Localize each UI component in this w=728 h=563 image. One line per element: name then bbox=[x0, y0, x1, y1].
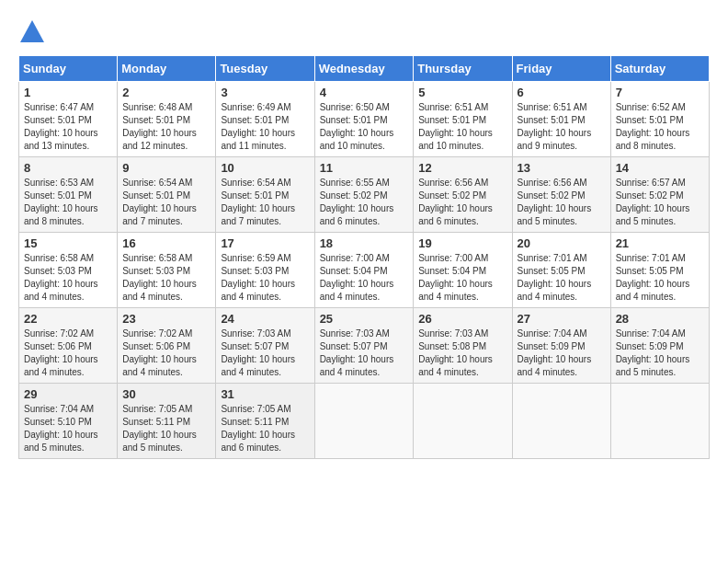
calendar-cell bbox=[414, 384, 512, 459]
day-info: Sunrise: 6:51 AMSunset: 5:01 PMDaylight:… bbox=[518, 102, 592, 151]
day-info: Sunrise: 7:04 AMSunset: 5:10 PMDaylight:… bbox=[24, 404, 98, 453]
day-number: 18 bbox=[320, 236, 409, 250]
day-info: Sunrise: 6:48 AMSunset: 5:01 PMDaylight:… bbox=[122, 102, 197, 151]
day-number: 20 bbox=[518, 236, 606, 250]
day-number: 31 bbox=[221, 387, 309, 401]
calendar-cell: 14 Sunrise: 6:57 AMSunset: 5:02 PMDaylig… bbox=[610, 157, 709, 233]
day-number: 3 bbox=[221, 86, 309, 99]
day-info: Sunrise: 7:00 AMSunset: 5:04 PMDaylight:… bbox=[418, 253, 493, 302]
calendar-cell: 20 Sunrise: 7:01 AMSunset: 5:05 PMDaylig… bbox=[512, 233, 610, 308]
calendar-cell: 13 Sunrise: 6:56 AMSunset: 5:02 PMDaylig… bbox=[512, 157, 610, 233]
day-number: 24 bbox=[221, 312, 309, 326]
day-number: 27 bbox=[518, 312, 606, 326]
day-number: 16 bbox=[122, 236, 210, 250]
day-info: Sunrise: 7:04 AMSunset: 5:09 PMDaylight:… bbox=[518, 328, 592, 377]
calendar-cell: 16 Sunrise: 6:58 AMSunset: 5:03 PMDaylig… bbox=[118, 233, 216, 308]
calendar-cell: 30 Sunrise: 7:05 AMSunset: 5:11 PMDaylig… bbox=[118, 384, 216, 459]
calendar-cell: 19 Sunrise: 7:00 AMSunset: 5:04 PMDaylig… bbox=[414, 233, 512, 308]
day-header-thursday: Thursday bbox=[414, 56, 512, 82]
day-info: Sunrise: 7:05 AMSunset: 5:11 PMDaylight:… bbox=[122, 404, 197, 453]
day-number: 25 bbox=[320, 312, 409, 326]
day-info: Sunrise: 6:58 AMSunset: 5:03 PMDaylight:… bbox=[122, 253, 197, 302]
day-number: 11 bbox=[320, 161, 409, 175]
calendar-cell: 17 Sunrise: 6:59 AMSunset: 5:03 PMDaylig… bbox=[216, 233, 314, 308]
calendar-cell: 5 Sunrise: 6:51 AMSunset: 5:01 PMDayligh… bbox=[414, 82, 512, 157]
day-info: Sunrise: 6:50 AMSunset: 5:01 PMDaylight:… bbox=[320, 102, 394, 151]
calendar-cell: 3 Sunrise: 6:49 AMSunset: 5:01 PMDayligh… bbox=[216, 82, 314, 157]
calendar-cell: 28 Sunrise: 7:04 AMSunset: 5:09 PMDaylig… bbox=[610, 308, 709, 384]
day-info: Sunrise: 6:49 AMSunset: 5:01 PMDaylight:… bbox=[221, 102, 295, 151]
calendar-cell: 29 Sunrise: 7:04 AMSunset: 5:10 PMDaylig… bbox=[19, 384, 118, 459]
day-info: Sunrise: 7:03 AMSunset: 5:07 PMDaylight:… bbox=[320, 328, 394, 377]
calendar-table: SundayMondayTuesdayWednesdayThursdayFrid… bbox=[18, 55, 710, 459]
day-number: 23 bbox=[122, 312, 210, 326]
calendar-cell: 9 Sunrise: 6:54 AMSunset: 5:01 PMDayligh… bbox=[118, 157, 216, 233]
calendar-cell: 26 Sunrise: 7:03 AMSunset: 5:08 PMDaylig… bbox=[414, 308, 512, 384]
calendar-cell: 22 Sunrise: 7:02 AMSunset: 5:06 PMDaylig… bbox=[19, 308, 118, 384]
day-header-saturday: Saturday bbox=[610, 56, 709, 82]
day-info: Sunrise: 6:54 AMSunset: 5:01 PMDaylight:… bbox=[122, 178, 197, 226]
calendar-cell: 12 Sunrise: 6:56 AMSunset: 5:02 PMDaylig… bbox=[414, 157, 512, 233]
day-info: Sunrise: 6:51 AMSunset: 5:01 PMDaylight:… bbox=[418, 102, 493, 151]
calendar-cell: 10 Sunrise: 6:54 AMSunset: 5:01 PMDaylig… bbox=[216, 157, 314, 233]
day-number: 14 bbox=[616, 161, 704, 175]
day-header-monday: Monday bbox=[118, 56, 216, 82]
day-number: 15 bbox=[24, 236, 112, 250]
day-number: 8 bbox=[24, 161, 112, 175]
calendar-cell bbox=[314, 384, 414, 459]
day-header-friday: Friday bbox=[512, 56, 610, 82]
day-number: 22 bbox=[24, 312, 112, 326]
day-number: 13 bbox=[518, 161, 606, 175]
calendar-cell: 18 Sunrise: 7:00 AMSunset: 5:04 PMDaylig… bbox=[314, 233, 414, 308]
calendar-week-3: 15 Sunrise: 6:58 AMSunset: 5:03 PMDaylig… bbox=[19, 233, 710, 308]
calendar-week-1: 1 Sunrise: 6:47 AMSunset: 5:01 PMDayligh… bbox=[19, 82, 710, 157]
day-info: Sunrise: 7:04 AMSunset: 5:09 PMDaylight:… bbox=[616, 328, 690, 377]
day-number: 4 bbox=[320, 86, 409, 99]
calendar-week-2: 8 Sunrise: 6:53 AMSunset: 5:01 PMDayligh… bbox=[19, 157, 710, 233]
calendar-cell: 11 Sunrise: 6:55 AMSunset: 5:02 PMDaylig… bbox=[314, 157, 414, 233]
day-number: 5 bbox=[418, 86, 506, 99]
calendar-header-row: SundayMondayTuesdayWednesdayThursdayFrid… bbox=[19, 56, 710, 82]
calendar-cell: 23 Sunrise: 7:02 AMSunset: 5:06 PMDaylig… bbox=[118, 308, 216, 384]
day-number: 6 bbox=[518, 86, 606, 99]
calendar-week-4: 22 Sunrise: 7:02 AMSunset: 5:06 PMDaylig… bbox=[19, 308, 710, 384]
day-number: 2 bbox=[122, 86, 210, 99]
day-info: Sunrise: 7:01 AMSunset: 5:05 PMDaylight:… bbox=[518, 253, 592, 302]
logo bbox=[18, 18, 50, 46]
calendar-cell: 7 Sunrise: 6:52 AMSunset: 5:01 PMDayligh… bbox=[610, 82, 709, 157]
calendar-cell: 25 Sunrise: 7:03 AMSunset: 5:07 PMDaylig… bbox=[314, 308, 414, 384]
day-info: Sunrise: 6:56 AMSunset: 5:02 PMDaylight:… bbox=[418, 178, 493, 226]
day-info: Sunrise: 6:59 AMSunset: 5:03 PMDaylight:… bbox=[221, 253, 295, 302]
calendar-cell: 21 Sunrise: 7:01 AMSunset: 5:05 PMDaylig… bbox=[610, 233, 709, 308]
day-number: 21 bbox=[616, 236, 704, 250]
day-number: 26 bbox=[418, 312, 506, 326]
day-number: 10 bbox=[221, 161, 309, 175]
calendar-cell: 1 Sunrise: 6:47 AMSunset: 5:01 PMDayligh… bbox=[19, 82, 118, 157]
calendar-cell: 15 Sunrise: 6:58 AMSunset: 5:03 PMDaylig… bbox=[19, 233, 118, 308]
calendar-cell: 31 Sunrise: 7:05 AMSunset: 5:11 PMDaylig… bbox=[216, 384, 314, 459]
day-info: Sunrise: 6:56 AMSunset: 5:02 PMDaylight:… bbox=[518, 178, 592, 226]
day-info: Sunrise: 7:00 AMSunset: 5:04 PMDaylight:… bbox=[320, 253, 394, 302]
calendar-cell: 24 Sunrise: 7:03 AMSunset: 5:07 PMDaylig… bbox=[216, 308, 314, 384]
day-number: 29 bbox=[24, 387, 112, 401]
day-header-wednesday: Wednesday bbox=[314, 56, 414, 82]
day-number: 9 bbox=[122, 161, 210, 175]
day-info: Sunrise: 6:57 AMSunset: 5:02 PMDaylight:… bbox=[616, 178, 690, 226]
svg-marker-0 bbox=[20, 20, 44, 42]
day-header-tuesday: Tuesday bbox=[216, 56, 314, 82]
calendar-cell bbox=[610, 384, 709, 459]
day-info: Sunrise: 6:52 AMSunset: 5:01 PMDaylight:… bbox=[616, 102, 690, 151]
calendar-cell: 4 Sunrise: 6:50 AMSunset: 5:01 PMDayligh… bbox=[314, 82, 414, 157]
calendar-week-5: 29 Sunrise: 7:04 AMSunset: 5:10 PMDaylig… bbox=[19, 384, 710, 459]
day-info: Sunrise: 6:53 AMSunset: 5:01 PMDaylight:… bbox=[24, 178, 98, 226]
calendar-cell: 27 Sunrise: 7:04 AMSunset: 5:09 PMDaylig… bbox=[512, 308, 610, 384]
calendar-cell: 6 Sunrise: 6:51 AMSunset: 5:01 PMDayligh… bbox=[512, 82, 610, 157]
day-info: Sunrise: 6:54 AMSunset: 5:01 PMDaylight:… bbox=[221, 178, 295, 226]
day-info: Sunrise: 7:03 AMSunset: 5:08 PMDaylight:… bbox=[418, 328, 493, 377]
day-info: Sunrise: 7:02 AMSunset: 5:06 PMDaylight:… bbox=[122, 328, 197, 377]
day-number: 19 bbox=[418, 236, 506, 250]
day-info: Sunrise: 7:03 AMSunset: 5:07 PMDaylight:… bbox=[221, 328, 295, 377]
day-info: Sunrise: 7:01 AMSunset: 5:05 PMDaylight:… bbox=[616, 253, 690, 302]
day-number: 7 bbox=[616, 86, 704, 99]
day-info: Sunrise: 7:02 AMSunset: 5:06 PMDaylight:… bbox=[24, 328, 98, 377]
